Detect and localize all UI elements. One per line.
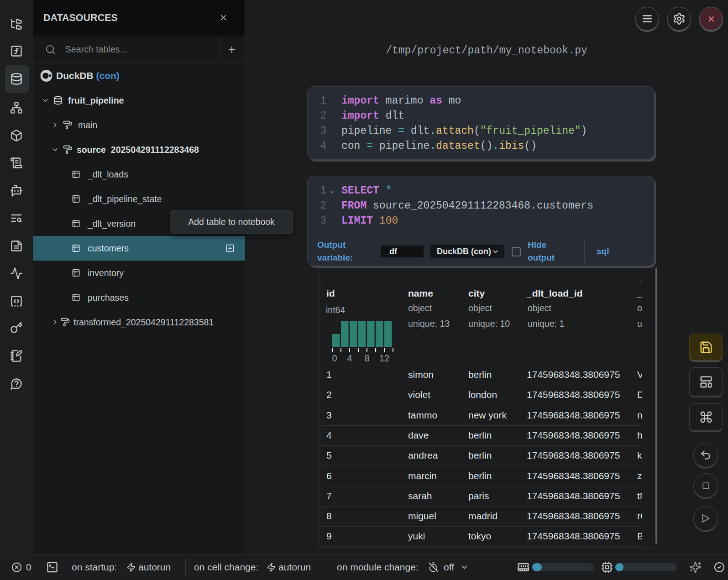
- svg-text:4: 4: [347, 353, 352, 363]
- svg-text:8: 8: [364, 353, 369, 363]
- svg-text:0: 0: [332, 353, 337, 363]
- svg-text:12: 12: [379, 353, 389, 363]
